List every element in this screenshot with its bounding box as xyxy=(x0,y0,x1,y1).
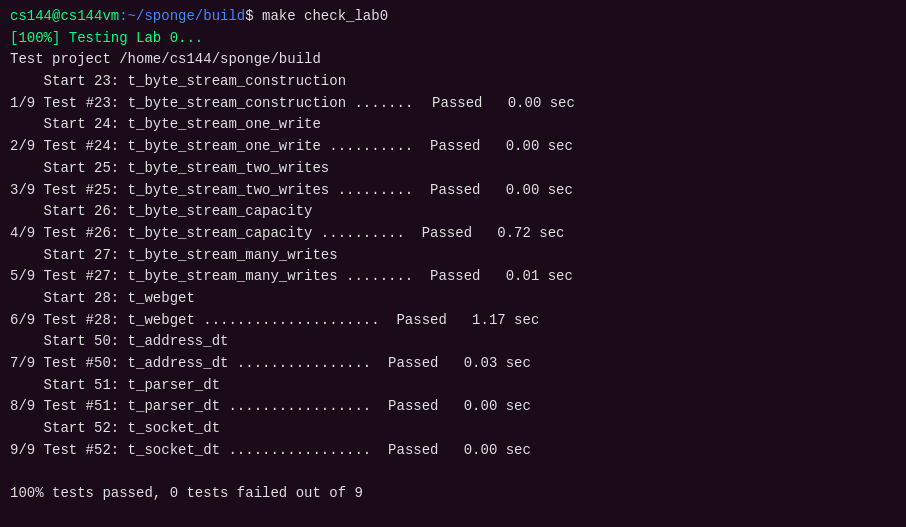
test-9: 9/9 Test #52: t_socket_dt ..............… xyxy=(10,440,896,462)
test-1: 1/9 Test #23: t_byte_stream_construction… xyxy=(10,93,896,115)
start-27-text: Start 27: t_byte_stream_many_writes xyxy=(10,245,338,267)
summary-text: 100% tests passed, 0 tests failed out of… xyxy=(10,483,363,505)
start-24: Start 24: t_byte_stream_one_write xyxy=(10,114,896,136)
prompt-path: :~/sponge/build xyxy=(119,6,245,28)
project-line: Test project /home/cs144/sponge/build xyxy=(10,49,896,71)
start-52: Start 52: t_socket_dt xyxy=(10,418,896,440)
test-9-status: Passed xyxy=(380,440,447,462)
test-9-num: 9/9 Test #52: t_socket_dt ..............… xyxy=(10,440,380,462)
test-3-time: 0.00 sec xyxy=(489,180,573,202)
progress-line: [100%] Testing Lab 0... xyxy=(10,28,896,50)
test-8-time: 0.00 sec xyxy=(447,396,531,418)
test-1-status: Passed xyxy=(422,93,491,115)
test-8-num: 8/9 Test #51: t_parser_dt ..............… xyxy=(10,396,380,418)
start-52-text: Start 52: t_socket_dt xyxy=(10,418,220,440)
start-50-text: Start 50: t_address_dt xyxy=(10,331,228,353)
start-27: Start 27: t_byte_stream_many_writes xyxy=(10,245,896,267)
test-5-time: 0.01 sec xyxy=(489,266,573,288)
empty-line-1 xyxy=(10,461,896,483)
prompt-user: cs144@cs144vm xyxy=(10,6,119,28)
test-4-status: Passed xyxy=(413,223,480,245)
test-2: 2/9 Test #24: t_byte_stream_one_write ..… xyxy=(10,136,896,158)
test-1-id: #23: t_byte_stream_construction ....... xyxy=(86,93,422,115)
start-26-text: Start 26: t_byte_stream_capacity xyxy=(10,201,312,223)
test-6: 6/9 Test #28: t_webget .................… xyxy=(10,310,896,332)
test-6-num: 6/9 Test #28: t_webget .................… xyxy=(10,310,388,332)
test-7-num: 7/9 Test #50: t_address_dt .............… xyxy=(10,353,380,375)
prompt-line: cs144@cs144vm:~/sponge/build$ make check… xyxy=(10,6,896,28)
test-3-status: Passed xyxy=(422,180,489,202)
start-25-text: Start 25: t_byte_stream_two_writes xyxy=(10,158,329,180)
terminal: cs144@cs144vm:~/sponge/build$ make check… xyxy=(0,0,906,527)
test-7-time: 0.03 sec xyxy=(447,353,531,375)
progress-text: [100%] Testing Lab 0... xyxy=(10,28,203,50)
test-2-num: 2/9 Test #24: t_byte_stream_one_write ..… xyxy=(10,136,422,158)
summary-line: 100% tests passed, 0 tests failed out of… xyxy=(10,483,896,505)
test-5: 5/9 Test #27: t_byte_stream_many_writes … xyxy=(10,266,896,288)
empty-line-2 xyxy=(10,505,896,527)
start-28: Start 28: t_webget xyxy=(10,288,896,310)
test-1-num: 1/9 Test xyxy=(10,93,86,115)
test-5-num: 5/9 Test #27: t_byte_stream_many_writes … xyxy=(10,266,422,288)
start-50: Start 50: t_address_dt xyxy=(10,331,896,353)
test-3-num: 3/9 Test # xyxy=(10,180,94,202)
start-26: Start 26: t_byte_stream_capacity xyxy=(10,201,896,223)
test-2-time: 0.00 sec xyxy=(489,136,573,158)
test-7-status: Passed xyxy=(380,353,447,375)
test-2-status: Passed xyxy=(422,136,489,158)
start-28-text: Start 28: t_webget xyxy=(10,288,195,310)
start-51-text: Start 51: t_parser_dt xyxy=(10,375,220,397)
test-8-status: Passed xyxy=(380,396,447,418)
test-9-time: 0.00 sec xyxy=(447,440,531,462)
test-4-num: 4/9 Test #26: t_byte_stream_capacity ...… xyxy=(10,223,413,245)
start-51: Start 51: t_parser_dt xyxy=(10,375,896,397)
start-23-text: Start 23: t_byte_stream_construction xyxy=(10,71,346,93)
test-6-time: 1.17 sec xyxy=(455,310,539,332)
project-text: Test project /home/cs144/sponge/build xyxy=(10,49,321,71)
start-24-text: Start 24: t_byte_stream_one_write xyxy=(10,114,321,136)
test-4-time: 0.72 sec xyxy=(480,223,564,245)
test-5-status: Passed xyxy=(422,266,489,288)
test-3-id: 25: t_byte_stream_two_writes ......... xyxy=(94,180,422,202)
start-23: Start 23: t_byte_stream_construction xyxy=(10,71,896,93)
start-25: Start 25: t_byte_stream_two_writes xyxy=(10,158,896,180)
test-1-time: 0.00 sec xyxy=(491,93,575,115)
prompt-cmd: $ make check_lab0 xyxy=(245,6,388,28)
test-8: 8/9 Test #51: t_parser_dt ..............… xyxy=(10,396,896,418)
test-3: 3/9 Test #25: t_byte_stream_two_writes .… xyxy=(10,180,896,202)
test-6-status: Passed xyxy=(388,310,455,332)
test-4: 4/9 Test #26: t_byte_stream_capacity ...… xyxy=(10,223,896,245)
test-7: 7/9 Test #50: t_address_dt .............… xyxy=(10,353,896,375)
